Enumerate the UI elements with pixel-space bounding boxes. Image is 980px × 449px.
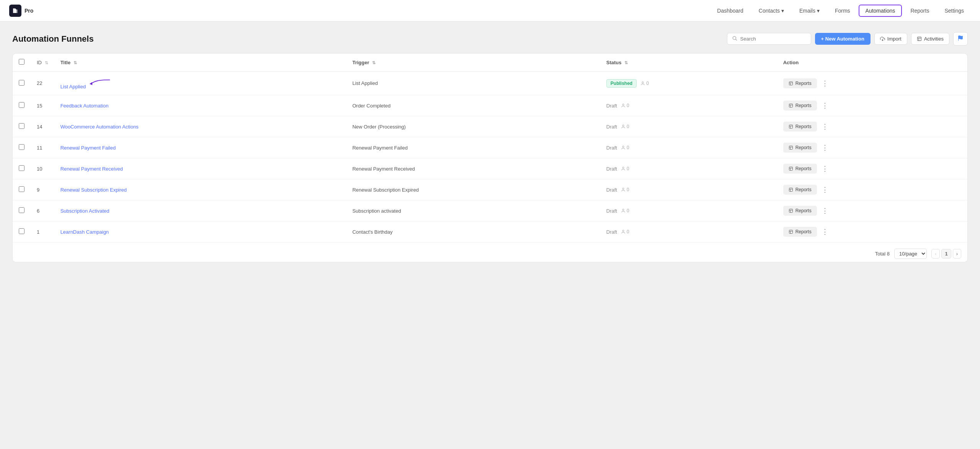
per-page-select[interactable]: 10/page 20/page 50/page xyxy=(894,249,927,259)
row-checkbox[interactable] xyxy=(19,144,24,150)
activities-button[interactable]: Activities xyxy=(911,33,949,45)
status-cell: Draft 0 xyxy=(606,187,771,193)
import-button[interactable]: Import xyxy=(874,33,907,45)
header-title[interactable]: Title ⇅ xyxy=(54,54,346,72)
row-title-link[interactable]: Renewal Payment Received xyxy=(60,166,123,172)
row-checkbox[interactable] xyxy=(19,207,24,213)
nav-reports[interactable]: Reports xyxy=(903,5,936,17)
row-title: List Applied xyxy=(54,72,346,95)
header-action: Action xyxy=(777,54,967,72)
row-checkbox[interactable] xyxy=(19,123,24,129)
reports-button[interactable]: Reports xyxy=(783,101,817,111)
row-title-link[interactable]: Subscription Activated xyxy=(60,208,109,214)
row-checkbox[interactable] xyxy=(19,80,24,86)
table-row: 11Renewal Payment FailedRenewal Payment … xyxy=(13,137,967,158)
more-options-button[interactable]: ⋮ xyxy=(820,143,830,153)
header-checkbox-cell xyxy=(13,54,31,72)
nav-dashboard[interactable]: Dashboard xyxy=(710,5,750,17)
nav-links: Dashboard Contacts ▾ Emails ▾ Forms Auto… xyxy=(710,5,971,17)
table-header-row: ID ⇅ Title ⇅ Trigger ⇅ Status ⇅ Action xyxy=(13,54,967,72)
action-cell: Reports⋮ xyxy=(783,143,961,153)
reports-button[interactable]: Reports xyxy=(783,122,817,132)
row-checkbox[interactable] xyxy=(19,165,24,171)
new-automation-button[interactable]: + New Automation xyxy=(815,33,871,45)
status-badge-draft: Draft xyxy=(606,187,617,193)
nav-forms[interactable]: Forms xyxy=(828,5,857,17)
header-actions: + New Automation Import Activities xyxy=(727,32,968,46)
reports-button[interactable]: Reports xyxy=(783,185,817,195)
search-box[interactable] xyxy=(727,33,811,45)
row-checkbox[interactable] xyxy=(19,228,24,234)
activities-label: Activities xyxy=(924,36,944,42)
nav-contacts[interactable]: Contacts ▾ xyxy=(752,5,791,17)
automation-table: ID ⇅ Title ⇅ Trigger ⇅ Status ⇅ Action 2… xyxy=(13,54,967,242)
page-1-button[interactable]: 1 xyxy=(941,249,951,259)
row-title: Renewal Payment Received xyxy=(54,158,346,179)
row-action-cell: Reports⋮ xyxy=(777,72,967,95)
action-cell: Reports⋮ xyxy=(783,206,961,216)
reports-button[interactable]: Reports xyxy=(783,206,817,216)
reports-button[interactable]: Reports xyxy=(783,143,817,153)
row-title: Feedback Automation xyxy=(54,95,346,116)
svg-point-28 xyxy=(622,188,624,190)
reports-button[interactable]: Reports xyxy=(783,78,817,88)
svg-rect-13 xyxy=(789,104,792,107)
svg-rect-25 xyxy=(789,167,792,171)
table-body: 22List Applied List AppliedPublished 0 R… xyxy=(13,72,967,242)
more-options-button[interactable]: ⋮ xyxy=(820,78,830,88)
top-navigation: Pro Dashboard Contacts ▾ Emails ▾ Forms … xyxy=(0,0,980,21)
row-action-cell: Reports⋮ xyxy=(777,200,967,221)
row-status-cell: Draft 0 xyxy=(600,116,777,137)
header-status[interactable]: Status ⇅ xyxy=(600,54,777,72)
row-id: 9 xyxy=(31,179,54,200)
header-trigger[interactable]: Trigger ⇅ xyxy=(346,54,600,72)
row-checkbox[interactable] xyxy=(19,186,24,192)
table-row: 10Renewal Payment ReceivedRenewal Paymen… xyxy=(13,158,967,179)
row-title-link[interactable]: LearnDash Campaign xyxy=(60,229,109,235)
status-cell: Published 0 xyxy=(606,79,771,88)
row-title-link[interactable]: Feedback Automation xyxy=(60,103,109,109)
row-id: 6 xyxy=(31,200,54,221)
svg-point-12 xyxy=(622,104,624,106)
action-cell: Reports⋮ xyxy=(783,101,961,111)
reports-button[interactable]: Reports xyxy=(783,164,817,174)
row-checkbox[interactable] xyxy=(19,102,24,108)
logo-icon xyxy=(9,5,21,17)
more-options-button[interactable]: ⋮ xyxy=(820,185,830,195)
more-options-button[interactable]: ⋮ xyxy=(820,101,830,111)
arrow-annotation xyxy=(90,77,113,89)
more-options-button[interactable]: ⋮ xyxy=(820,206,830,216)
row-title-link[interactable]: Renewal Payment Failed xyxy=(60,145,116,151)
row-id: 22 xyxy=(31,72,54,95)
row-title-link[interactable]: List Applied xyxy=(60,84,86,89)
select-all-checkbox[interactable] xyxy=(19,59,24,65)
nav-settings[interactable]: Settings xyxy=(938,5,971,17)
row-title-link[interactable]: Renewal Subscription Expired xyxy=(60,187,127,193)
row-trigger: Renewal Payment Received xyxy=(346,158,600,179)
row-trigger: Contact's Birthday xyxy=(346,221,600,242)
search-input[interactable] xyxy=(740,36,806,42)
row-trigger: Renewal Payment Failed xyxy=(346,137,600,158)
row-title-link[interactable]: WooCommerce Automation Actions xyxy=(60,124,139,130)
more-options-button[interactable]: ⋮ xyxy=(820,122,830,132)
table-row: 15Feedback AutomationOrder CompletedDraf… xyxy=(13,95,967,116)
more-options-button[interactable]: ⋮ xyxy=(820,227,830,237)
nav-automations[interactable]: Automations xyxy=(859,5,902,17)
status-badge-draft: Draft xyxy=(606,229,617,235)
flag-button[interactable] xyxy=(953,32,968,46)
row-checkbox-cell xyxy=(13,72,31,95)
row-title: Renewal Subscription Expired xyxy=(54,179,346,200)
prev-page-button[interactable]: ‹ xyxy=(931,249,940,259)
row-title: LearnDash Campaign xyxy=(54,221,346,242)
next-page-button[interactable]: › xyxy=(953,249,961,259)
svg-rect-37 xyxy=(789,230,792,234)
more-options-button[interactable]: ⋮ xyxy=(820,164,830,174)
status-badge-draft: Draft xyxy=(606,124,617,130)
row-checkbox-cell xyxy=(13,221,31,242)
contact-count: 0 xyxy=(621,103,629,108)
reports-button[interactable]: Reports xyxy=(783,227,817,237)
header-id[interactable]: ID ⇅ xyxy=(31,54,54,72)
nav-emails[interactable]: Emails ▾ xyxy=(792,5,826,17)
svg-point-16 xyxy=(622,125,624,127)
app-logo[interactable]: Pro xyxy=(9,5,33,17)
